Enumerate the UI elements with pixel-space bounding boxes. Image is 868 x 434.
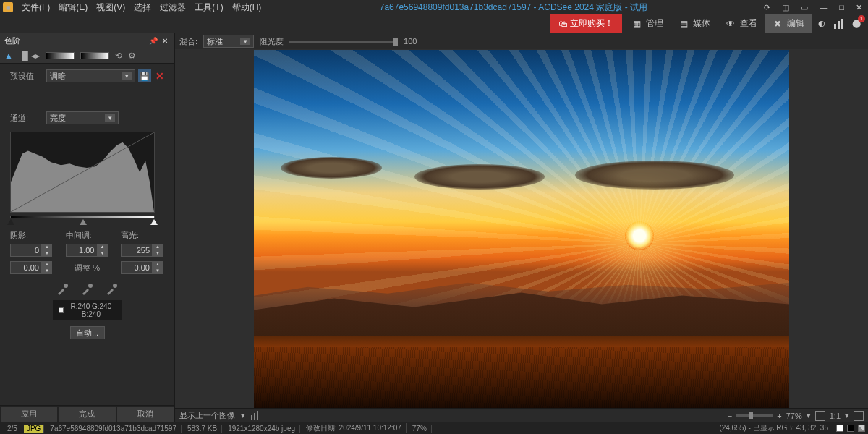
canvas-area[interactable] — [175, 49, 868, 408]
svg-rect-8 — [251, 415, 252, 420]
chevron-down-icon[interactable]: ▾ — [241, 411, 245, 420]
mode-bar: 🛍立即购买！ ▦管理▤媒体👁查看✖编辑 ◐ ⬤ — [0, 14, 868, 33]
save-preset-button[interactable]: 💾 — [138, 69, 151, 82]
rgb-readout: R:240 G:240 B:240 — [53, 300, 122, 320]
tools-icon: ✖ — [772, 18, 783, 30]
pin-icon[interactable]: 📌 — [147, 37, 160, 45]
zoom-in-button[interactable]: + — [777, 412, 781, 420]
panel-toggle-icon[interactable]: ◐ — [814, 17, 829, 31]
channel-select[interactable]: 亮度 — [46, 111, 119, 124]
levels-panel: 色阶 📌 ✕ ▲ ▐▌◂▸ ⟲ ⚙ 预设值 调暗 💾 ✕ 通道: 亮度 — [0, 33, 175, 422]
workspace-toolbar: 混合: 标准 阻光度 100 — [175, 33, 868, 49]
status-bar: 2/5 JPG 7a67e56948809fd013a71b3dcad71597… — [0, 422, 868, 434]
zoom-status: 77% — [408, 425, 432, 433]
opacity-slider[interactable] — [289, 41, 398, 43]
svg-rect-0 — [834, 24, 836, 29]
workspace: 混合: 标准 阻光度 100 — [175, 33, 868, 422]
svg-rect-1 — [838, 21, 840, 29]
mode-grid[interactable]: ▦管理 — [624, 14, 671, 33]
actual-size-icon[interactable] — [854, 411, 864, 421]
input-levels-slider[interactable] — [10, 216, 155, 226]
format-badge: JPG — [24, 425, 44, 433]
menu-[interactable]: 选择 — [129, 1, 156, 14]
svg-marker-3 — [11, 142, 154, 212]
svg-rect-10 — [257, 411, 258, 420]
window-layout2-icon[interactable]: ▭ — [798, 3, 811, 12]
panel-header: 色阶 📌 ✕ — [0, 33, 174, 48]
mode-eye[interactable]: 👁查看 — [718, 14, 765, 33]
menu-v[interactable]: 视图(V) — [92, 1, 129, 14]
eyedropper-white[interactable] — [105, 281, 119, 296]
workspace-footer: 显示上一个图像 ▾ − + 77% ▾ 1:1 ▾ — [175, 408, 868, 422]
gradient-preview-1[interactable] — [46, 52, 75, 59]
svg-rect-9 — [254, 413, 255, 420]
svg-point-6 — [88, 284, 93, 288]
zoom-dropdown-icon[interactable]: ▾ — [807, 411, 811, 420]
apply-button[interactable]: 应用 — [0, 406, 58, 422]
mode-media[interactable]: ▤媒体 — [671, 14, 718, 33]
image-index: 2/5 — [3, 425, 22, 433]
panel-toolbar: ▲ ▐▌◂▸ ⟲ ⚙ — [0, 48, 174, 64]
window-layout-icon[interactable]: ◫ — [779, 3, 792, 12]
svg-point-7 — [113, 284, 117, 288]
ratio-dropdown-icon[interactable]: ▾ — [845, 411, 849, 420]
cursor-readout: (24,655) - 已显示 RGB: 43, 32, 35 — [715, 423, 833, 433]
buy-now-button[interactable]: 🛍立即购买！ — [550, 14, 622, 33]
histogram-toggle-icon[interactable] — [251, 411, 260, 421]
shadows-output-input[interactable]: ▲▼ — [10, 261, 54, 274]
menu-[interactable]: 过滤器 — [156, 1, 190, 14]
zoom-value: 77% — [786, 412, 802, 420]
cancel-button[interactable]: 取消 — [116, 406, 174, 422]
gradient-preview-2[interactable] — [80, 52, 109, 59]
mode-tools[interactable]: ✖编辑 — [765, 14, 812, 33]
shadows-input[interactable]: ▲▼ — [10, 244, 54, 257]
highlights-output-input[interactable]: ▲▼ — [121, 261, 164, 274]
menu-f[interactable]: 文件(F) — [17, 1, 54, 14]
menu-e[interactable]: 编辑(E) — [54, 1, 92, 14]
settings-icon[interactable]: ⚙ — [128, 51, 136, 61]
media-icon: ▤ — [678, 18, 689, 30]
eye-icon: 👁 — [725, 18, 736, 30]
panel-title: 色阶 — [4, 35, 20, 46]
adjust-pct-label: 调整 % — [54, 263, 121, 273]
color-swatch-white[interactable] — [836, 425, 843, 432]
cart-icon: 🛍 — [558, 19, 567, 29]
dimensions-status: 1921x1280x24b jpeg — [224, 425, 300, 433]
panel-close-icon[interactable]: ✕ — [160, 37, 170, 45]
menu-t[interactable]: 工具(T) — [190, 1, 227, 14]
reset-icon[interactable]: ⟲ — [115, 51, 122, 61]
menu-h[interactable]: 帮助(H) — [228, 1, 266, 14]
histogram-icon[interactable] — [832, 17, 846, 31]
image-preview — [254, 50, 789, 408]
warning-icon[interactable]: ▲ — [4, 51, 13, 61]
eyedropper-black[interactable] — [56, 281, 70, 296]
minimize-button[interactable]: — — [817, 3, 830, 12]
blend-select[interactable]: 标准 — [203, 35, 254, 48]
shadows-label: 阴影: — [10, 230, 54, 241]
midtones-label: 中间调: — [66, 230, 109, 241]
preset-select[interactable]: 调暗 — [46, 69, 135, 82]
blend-label: 混合: — [179, 36, 197, 47]
color-swatch-black[interactable] — [847, 425, 854, 432]
channel-label: 通道: — [10, 113, 46, 124]
svg-point-5 — [64, 284, 68, 288]
zoom-out-button[interactable]: − — [728, 412, 732, 420]
delete-preset-button[interactable]: ✕ — [156, 70, 164, 82]
color-swatch-split[interactable] — [858, 425, 865, 432]
grid-icon: ▦ — [631, 18, 642, 30]
fit-icon[interactable]: ▐▌◂▸ — [19, 51, 40, 61]
midtones-input[interactable]: ▲▼ — [66, 244, 109, 257]
eyedropper-gray[interactable] — [80, 281, 95, 296]
zoom-slider[interactable] — [736, 414, 773, 417]
auto-button[interactable]: 自动... — [70, 326, 105, 339]
preset-label: 预设值 — [10, 71, 46, 82]
highlights-input[interactable]: ▲▼ — [121, 244, 164, 257]
close-button[interactable]: ✕ — [853, 3, 865, 12]
sync-icon[interactable]: ⟳ — [761, 3, 773, 12]
notifications-icon[interactable]: ⬤ — [849, 17, 864, 31]
opacity-label: 阻光度 — [260, 36, 284, 47]
done-button[interactable]: 完成 — [58, 406, 116, 422]
maximize-button[interactable]: □ — [836, 3, 847, 12]
fit-screen-icon[interactable] — [815, 411, 825, 421]
prev-image-button[interactable]: 显示上一个图像 — [179, 410, 235, 421]
